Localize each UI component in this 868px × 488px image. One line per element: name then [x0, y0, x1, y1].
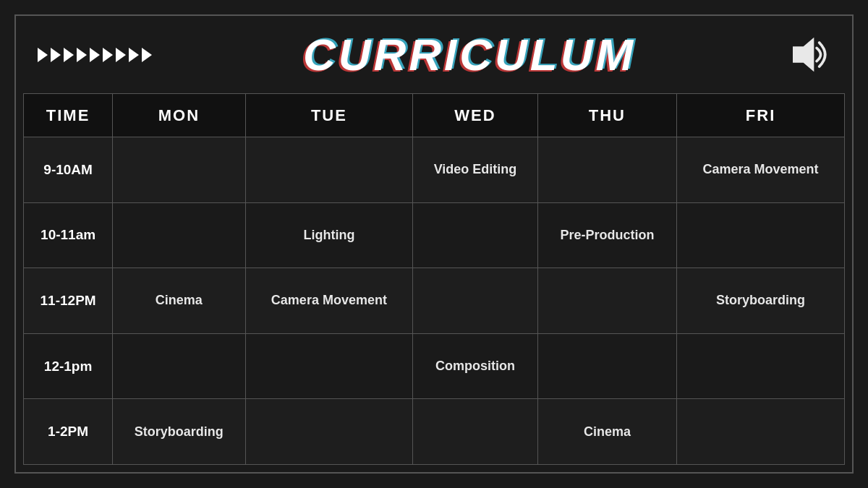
cell-r2-c1: Cinema — [113, 268, 245, 334]
cell-r0-c4 — [537, 137, 676, 203]
cell-r2-c2: Camera Movement — [245, 268, 413, 334]
cell-r4-c1: Storyboarding — [113, 399, 245, 465]
arrow-8 — [129, 48, 139, 62]
header: CURRICULUM — [16, 16, 852, 93]
cell-r3-c1 — [113, 333, 245, 399]
main-container: CURRICULUM TIME MON TUE WED THU FRI — [14, 14, 854, 474]
col-header-wed: WED — [413, 94, 537, 137]
cell-r1-c0: 10-11am — [24, 202, 113, 268]
cell-r4-c2 — [245, 399, 413, 465]
cell-r0-c5: Camera Movement — [677, 137, 845, 203]
cell-r3-c5 — [677, 333, 845, 399]
table-row: 12-1pmComposition — [24, 333, 845, 399]
cell-r4-c4: Cinema — [537, 399, 676, 465]
curriculum-table: TIME MON TUE WED THU FRI 9-10AMVideo Edi… — [23, 93, 845, 465]
play-arrows — [38, 48, 152, 62]
cell-r2-c0: 11-12PM — [24, 268, 113, 334]
col-header-time: TIME — [24, 94, 113, 137]
sound-icon — [787, 35, 830, 74]
table-row: 11-12PMCinemaCamera MovementStoryboardin… — [24, 268, 845, 334]
table-row: 1-2PMStoryboardingCinema — [24, 399, 845, 465]
arrow-3 — [64, 48, 74, 62]
cell-r2-c4 — [537, 268, 676, 334]
cell-r4-c5 — [677, 399, 845, 465]
col-header-tue: TUE — [245, 94, 413, 137]
cell-r4-c0: 1-2PM — [24, 399, 113, 465]
cell-r3-c4 — [537, 333, 676, 399]
cell-r3-c3: Composition — [413, 333, 537, 399]
table-row: 9-10AMVideo EditingCamera Movement — [24, 137, 845, 203]
title-container: CURRICULUM — [303, 29, 636, 80]
cell-r0-c2 — [245, 137, 413, 203]
cell-r1-c4: Pre-Production — [537, 202, 676, 268]
cell-r0-c0: 9-10AM — [24, 137, 113, 203]
table-row: 10-11amLightingPre-Production — [24, 202, 845, 268]
cell-r0-c1 — [113, 137, 245, 203]
cell-r2-c5: Storyboarding — [677, 268, 845, 334]
col-header-thu: THU — [537, 94, 676, 137]
table-container: TIME MON TUE WED THU FRI 9-10AMVideo Edi… — [16, 93, 852, 472]
arrow-2 — [51, 48, 61, 62]
arrow-5 — [90, 48, 100, 62]
col-header-mon: MON — [113, 94, 245, 137]
arrow-4 — [77, 48, 87, 62]
cell-r2-c3 — [413, 268, 537, 334]
arrow-6 — [103, 48, 113, 62]
cell-r1-c5 — [677, 202, 845, 268]
svg-marker-0 — [793, 38, 814, 72]
col-header-fri: FRI — [677, 94, 845, 137]
arrow-9 — [142, 48, 152, 62]
page-title: CURRICULUM — [303, 29, 636, 80]
cell-r4-c3 — [413, 399, 537, 465]
cell-r1-c3 — [413, 202, 537, 268]
cell-r3-c0: 12-1pm — [24, 333, 113, 399]
arrow-1 — [38, 48, 48, 62]
cell-r1-c1 — [113, 202, 245, 268]
table-header-row: TIME MON TUE WED THU FRI — [24, 94, 845, 137]
cell-r1-c2: Lighting — [245, 202, 413, 268]
arrow-7 — [116, 48, 126, 62]
cell-r0-c3: Video Editing — [413, 137, 537, 203]
cell-r3-c2 — [245, 333, 413, 399]
